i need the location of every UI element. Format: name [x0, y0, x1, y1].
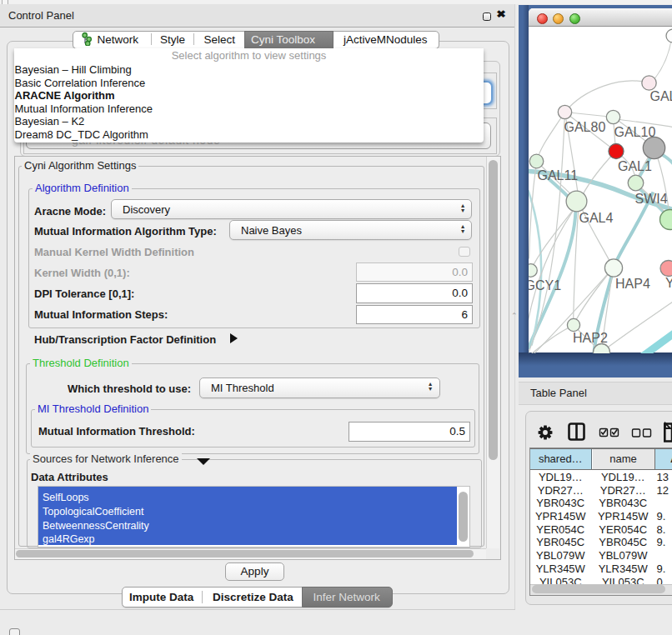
- svg-text:GAL80: GAL80: [564, 119, 605, 133]
- svg-text:GAL4: GAL4: [579, 211, 613, 225]
- svg-text:Y: Y: [665, 276, 672, 290]
- svg-text:GAL11: GAL11: [537, 168, 578, 182]
- svg-text:HAP4: HAP4: [615, 277, 650, 291]
- svg-text:SWI4: SWI4: [634, 192, 667, 206]
- svg-text:GAL1: GAL1: [618, 158, 652, 172]
- svg-text:GAL7: GAL7: [649, 88, 672, 102]
- svg-text:HAP2: HAP2: [573, 331, 608, 345]
- svg-text:GAL10: GAL10: [614, 125, 655, 139]
- svg-text:GCY1: GCY1: [529, 278, 561, 292]
